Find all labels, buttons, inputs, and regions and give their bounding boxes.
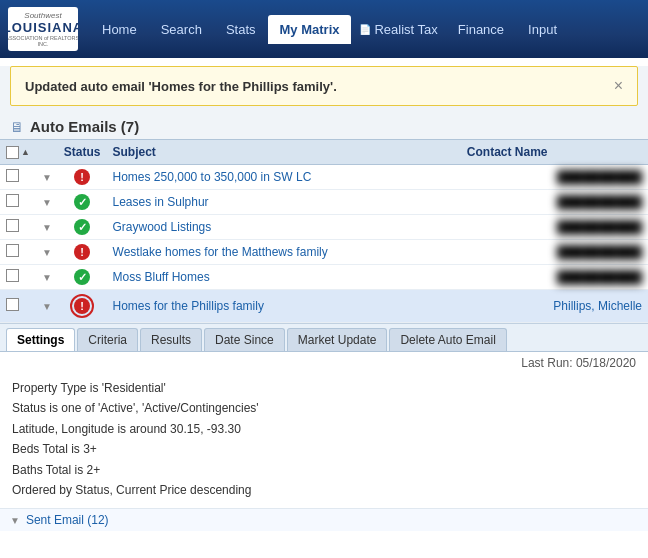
row3-subject: Graywood Listings: [107, 215, 461, 240]
col-header-status: Status: [58, 140, 107, 165]
row1-arrow: ▼: [36, 165, 58, 190]
tab-delete-auto-email[interactable]: Delete Auto Email: [389, 328, 506, 351]
row1-subject-link[interactable]: Homes 250,000 to 350,000 in SW LC: [113, 170, 312, 184]
nav-home[interactable]: Home: [90, 16, 149, 43]
row2-status: ✓: [58, 190, 107, 215]
row2-contact-value: ██████████: [557, 195, 642, 209]
section-title: Auto Emails (7): [30, 118, 139, 135]
status-error-icon: !: [74, 244, 90, 260]
row4-contact-value: ██████████: [557, 245, 642, 259]
table-row: ▼ ✓ Graywood Listings ██████████: [0, 215, 648, 240]
row2-arrow: ▼: [36, 190, 58, 215]
sent-email-row: ▼ Sent Email (12): [0, 508, 648, 531]
table-header-row: ▲ Status Subject Contact Name: [0, 140, 648, 165]
col-header-check: ▲: [0, 140, 36, 165]
row3-down-icon[interactable]: ▼: [42, 222, 52, 233]
logo-line2: LOUISIANA: [8, 20, 78, 35]
nav-realist[interactable]: 📄 Realist Tax: [351, 16, 445, 43]
row6-checkbox[interactable]: [6, 298, 19, 311]
row1-down-icon[interactable]: ▼: [42, 172, 52, 183]
row1-contact-value: ██████████: [557, 170, 642, 184]
header-checkbox[interactable]: [6, 146, 19, 159]
row1-status: !: [58, 165, 107, 190]
row3-subject-link[interactable]: Graywood Listings: [113, 220, 212, 234]
status-ok-icon: ✓: [74, 194, 90, 210]
row1-checkbox[interactable]: [6, 169, 19, 182]
row5-subject-link[interactable]: Moss Bluff Homes: [113, 270, 210, 284]
tab-date-since[interactable]: Date Since: [204, 328, 285, 351]
row3-arrow: ▼: [36, 215, 58, 240]
row4-down-icon[interactable]: ▼: [42, 247, 52, 258]
row6-arrow: ▼: [36, 290, 58, 323]
status-error-icon: !: [74, 169, 90, 185]
row3-check: [0, 215, 36, 240]
criteria-line-3: Latitude, Longitude is around 30.15, -93…: [12, 419, 636, 439]
row2-down-icon[interactable]: ▼: [42, 197, 52, 208]
sort-up-icon[interactable]: ▲: [21, 148, 30, 157]
row6-down-icon[interactable]: ▼: [42, 301, 52, 312]
col-header-arrow: [36, 140, 58, 165]
row5-subject: Moss Bluff Homes: [107, 265, 461, 290]
sent-email-label[interactable]: Sent Email (12): [26, 513, 109, 527]
detail-tabs: Settings Criteria Results Date Since Mar…: [0, 324, 648, 352]
criteria-line-4: Beds Total is 3+: [12, 439, 636, 459]
last-run-row: Last Run: 05/18/2020: [0, 352, 648, 370]
notification-close[interactable]: ×: [614, 77, 623, 95]
table-row: ▼ ✓ Leases in Sulphur ██████████: [0, 190, 648, 215]
row2-subject-link[interactable]: Leases in Sulphur: [113, 195, 209, 209]
row4-status: !: [58, 240, 107, 265]
main-nav: Home Search Stats My Matrix 📄 Realist Ta…: [90, 15, 640, 44]
status-ok-icon: ✓: [74, 219, 90, 235]
notification-banner: Updated auto email 'Homes for the Philli…: [10, 66, 638, 106]
logo-box: Southwest LOUISIANA ASSOCIATION of REALT…: [8, 7, 78, 51]
row3-status: ✓: [58, 215, 107, 240]
table-row: ▼ ! Westlake homes for the Matthews fami…: [0, 240, 648, 265]
sent-email-arrow[interactable]: ▼: [10, 515, 20, 526]
auto-emails-table: ▲ Status Subject Contact Name ▼ ! Homes …: [0, 139, 648, 323]
row1-contact: ██████████: [461, 165, 648, 190]
section-header: 🖥 Auto Emails (7): [0, 114, 648, 139]
col-header-subject: Subject: [107, 140, 461, 165]
row4-contact: ██████████: [461, 240, 648, 265]
row6-contact: Phillips, Michelle: [461, 290, 648, 323]
notification-message: Updated auto email 'Homes for the Philli…: [25, 79, 337, 94]
row4-subject-link[interactable]: Westlake homes for the Matthews family: [113, 245, 328, 259]
table-row-selected: ▼ ! Homes for the Phillips family Philli…: [0, 290, 648, 323]
row2-subject: Leases in Sulphur: [107, 190, 461, 215]
row5-contact: ██████████: [461, 265, 648, 290]
row5-contact-value: ██████████: [557, 270, 642, 284]
col-header-contact: Contact Name: [461, 140, 648, 165]
row6-subject-link[interactable]: Homes for the Phillips family: [113, 299, 264, 313]
criteria-line-1: Property Type is 'Residential': [12, 378, 636, 398]
table-row: ▼ ✓ Moss Bluff Homes ██████████: [0, 265, 648, 290]
row2-contact: ██████████: [461, 190, 648, 215]
row4-subject: Westlake homes for the Matthews family: [107, 240, 461, 265]
tab-criteria[interactable]: Criteria: [77, 328, 138, 351]
nav-search[interactable]: Search: [149, 16, 214, 43]
tab-market-update[interactable]: Market Update: [287, 328, 388, 351]
row4-checkbox[interactable]: [6, 244, 19, 257]
row5-status: ✓: [58, 265, 107, 290]
logo-area: Southwest LOUISIANA ASSOCIATION of REALT…: [8, 7, 78, 51]
row3-checkbox[interactable]: [6, 219, 19, 232]
nav-finance[interactable]: Finance: [446, 16, 516, 43]
row6-subject: Homes for the Phillips family: [107, 290, 461, 323]
row5-checkbox[interactable]: [6, 269, 19, 282]
logo-line1: Southwest: [24, 11, 61, 20]
criteria-line-6: Ordered by Status, Current Price descend…: [12, 480, 636, 500]
nav-mymatrix[interactable]: My Matrix: [268, 15, 352, 44]
row3-contact-value: ██████████: [557, 220, 642, 234]
row6-status: !: [58, 290, 107, 323]
status-ok-icon: ✓: [74, 269, 90, 285]
row5-down-icon[interactable]: ▼: [42, 272, 52, 283]
row2-check: [0, 190, 36, 215]
nav-input[interactable]: Input: [516, 16, 569, 43]
tab-settings[interactable]: Settings: [6, 328, 75, 351]
detail-area: Settings Criteria Results Date Since Mar…: [0, 323, 648, 531]
folder-icon: 🖥: [10, 119, 24, 135]
tab-results[interactable]: Results: [140, 328, 202, 351]
row1-subject: Homes 250,000 to 350,000 in SW LC: [107, 165, 461, 190]
row2-checkbox[interactable]: [6, 194, 19, 207]
row4-check: [0, 240, 36, 265]
nav-stats[interactable]: Stats: [214, 16, 268, 43]
